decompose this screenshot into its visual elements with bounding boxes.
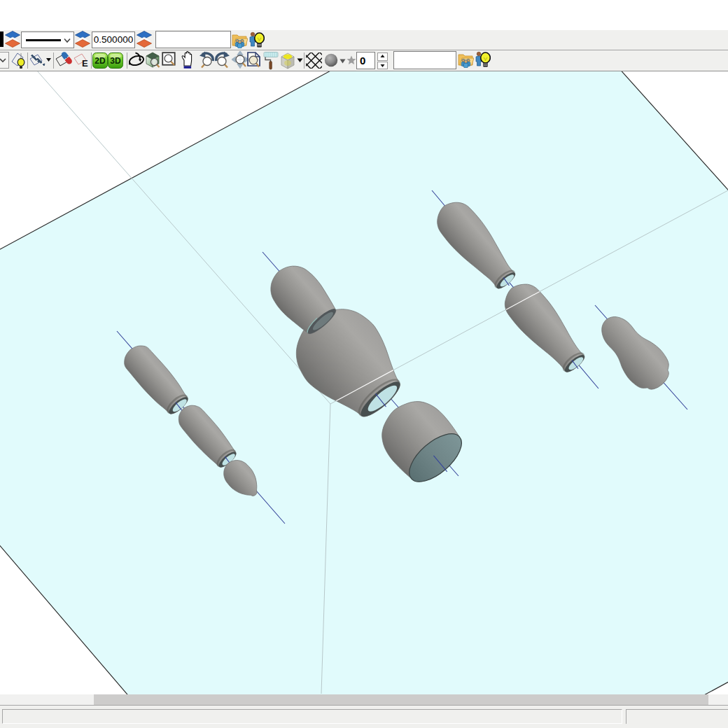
svg-text:E: E <box>82 58 88 69</box>
svg-text:3D: 3D <box>110 56 121 66</box>
svg-text:2D: 2D <box>94 56 106 66</box>
